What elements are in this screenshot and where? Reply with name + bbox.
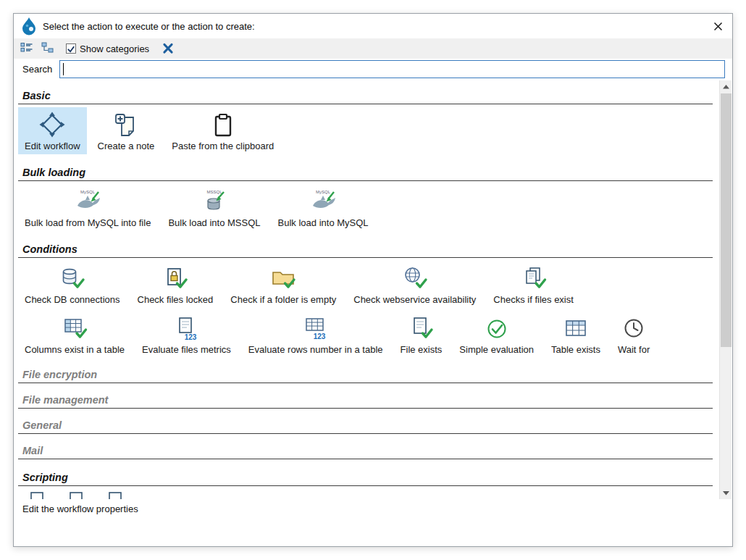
view-tree-icon [41, 42, 54, 55]
action-scripting-sql[interactable]: SQL [96, 489, 131, 499]
category-header-bulk-loading[interactable]: Bulk loading [18, 166, 713, 181]
svg-text:MySQL: MySQL [316, 190, 331, 194]
action-evaluate-rows-number[interactable]: 123 Evaluate rows number in a table [242, 311, 390, 358]
action-columns-exist[interactable]: Columns exist in a table [18, 311, 131, 358]
status-description: Edit the workflow properties [22, 503, 138, 514]
database-check-icon [59, 264, 85, 292]
shell-icon [64, 493, 85, 499]
mysql-bulk-icon: MySQL [71, 188, 104, 215]
sql-icon: SQL [103, 493, 125, 499]
mysql-bulk-icon: MySQL [306, 188, 340, 215]
table-rows-count-icon: 123 [303, 314, 329, 342]
category-header-general[interactable]: General [18, 419, 713, 434]
workflow-icon [38, 111, 66, 138]
folder-check-icon [270, 264, 296, 292]
search-input[interactable] [59, 60, 725, 78]
dialog-title: Select the action to execute or the acti… [43, 21, 725, 32]
scrollbar[interactable] [719, 80, 732, 499]
category-items-scripting: JS [18, 489, 720, 499]
action-evaluate-files-metrics[interactable]: 123 Evaluate files metrics [135, 311, 238, 358]
table-columns-check-icon [62, 314, 88, 342]
svg-text:MySQL: MySQL [80, 190, 96, 194]
svg-text:123: 123 [313, 333, 325, 340]
category-header-conditions[interactable]: Conditions [18, 243, 713, 258]
action-file-exists[interactable]: File exists [394, 311, 449, 358]
view-list-button[interactable] [18, 41, 35, 57]
file-lock-check-icon [162, 264, 188, 292]
scrollbar-thumb[interactable] [721, 93, 732, 347]
action-create-note[interactable]: Create a note [91, 107, 162, 154]
checkbox-check-icon [66, 43, 76, 54]
svg-text:123: 123 [185, 333, 197, 341]
category-header-file-encryption[interactable]: File encryption [18, 368, 713, 383]
action-simple-evaluation[interactable]: Simple evaluation [453, 311, 540, 358]
category-header-basic[interactable]: Basic [18, 89, 713, 104]
action-bulk-load-into-mysql[interactable]: MySQL Bulk load into MySQL [272, 184, 375, 231]
show-categories-checkbox[interactable]: Show categories [66, 43, 149, 54]
close-icon[interactable] [709, 19, 726, 33]
action-check-folder-empty[interactable]: Check if a folder is empty [224, 261, 343, 308]
action-bulk-load-into-mssql[interactable]: MSSQL Bulk load into MSSQL [162, 184, 267, 231]
clock-icon [621, 314, 647, 342]
action-check-webservice[interactable]: Check webservice availability [347, 261, 482, 308]
search-label: Search [22, 64, 52, 75]
action-paste-clipboard[interactable]: Paste from the clipboard [165, 107, 280, 154]
category-header-scripting[interactable]: Scripting [18, 471, 713, 486]
action-check-db-connections[interactable]: Check DB connections [18, 261, 127, 308]
category-header-file-management[interactable]: File management [18, 393, 713, 409]
mssql-bulk-icon: MSSQL [198, 188, 231, 215]
table-icon [563, 314, 589, 342]
hop-logo-icon [21, 17, 37, 35]
action-scripting-shell[interactable] [57, 489, 92, 499]
category-items-basic: Edit workflow Create a note [18, 107, 720, 154]
action-select-dialog: Select the action to execute or the acti… [13, 13, 733, 547]
show-categories-label: Show categories [80, 43, 149, 54]
action-wait-for[interactable]: Wait for [611, 311, 656, 358]
clipboard-icon [210, 111, 236, 138]
clear-x-icon[interactable] [159, 41, 177, 57]
view-list-icon [20, 42, 33, 55]
action-bulk-load-from-mysql[interactable]: MySQL Bulk load from MySQL into file [18, 184, 157, 231]
titlebar[interactable]: Select the action to execute or the acti… [14, 14, 732, 38]
file-check-icon [408, 314, 434, 342]
webservice-check-icon [402, 264, 428, 292]
svg-text:MSSQL: MSSQL [206, 190, 222, 194]
action-checks-files-exist[interactable]: Checks if files exist [487, 261, 580, 308]
scroll-up-icon[interactable] [720, 80, 732, 93]
category-items-conditions-row1: Check DB connections Check files locked [18, 261, 720, 308]
action-check-files-locked[interactable]: Check files locked [131, 261, 220, 308]
category-items-bulk: MySQL Bulk load from MySQL into file MSS… [18, 184, 720, 231]
category-items-conditions-row2: Columns exist in a table 123 Evaluate fi… [18, 311, 720, 358]
toolbar: Show categories [14, 38, 732, 59]
category-header-mail[interactable]: Mail [18, 444, 713, 459]
javascript-icon: JS [25, 493, 46, 499]
note-add-icon [113, 111, 139, 138]
action-edit-workflow[interactable]: Edit workflow [18, 107, 87, 154]
view-tree-button[interactable] [38, 41, 56, 57]
search-row: Search [14, 59, 732, 80]
file-metrics-icon: 123 [173, 314, 199, 342]
action-list: Basic Edit workflow [14, 80, 732, 499]
action-table-exists[interactable]: Table exists [545, 311, 607, 358]
scroll-down-icon[interactable] [720, 487, 732, 499]
files-check-icon [521, 264, 547, 292]
action-scripting-javascript[interactable]: JS [18, 489, 53, 499]
text-caret [63, 63, 64, 75]
simple-evaluation-icon [484, 314, 510, 342]
